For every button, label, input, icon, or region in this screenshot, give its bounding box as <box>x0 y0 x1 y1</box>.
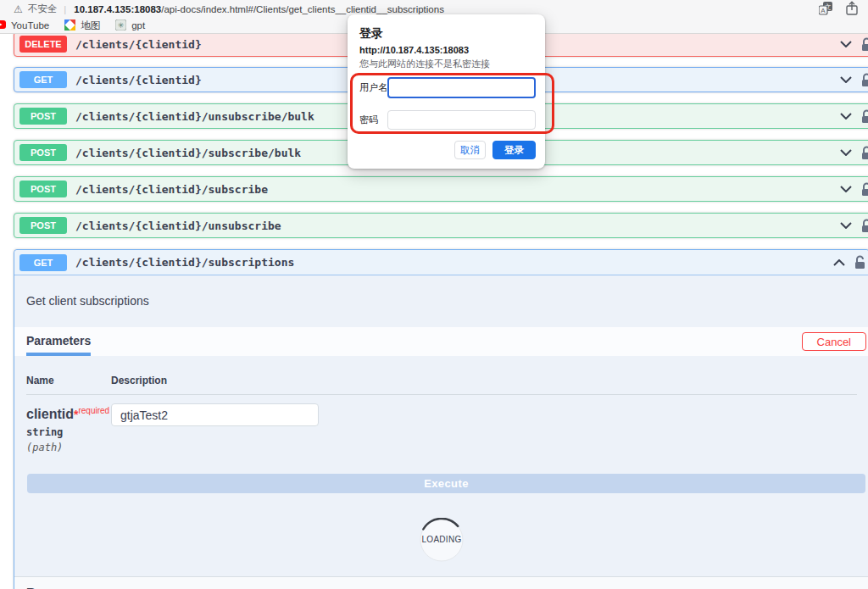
required-label: required <box>78 406 109 415</box>
parameter-location: (path) <box>26 442 111 453</box>
translate-icon[interactable]: 文 A <box>819 2 832 17</box>
parameter-row-clientid: clientid*required string (path) <box>26 395 857 453</box>
method-badge: POST <box>19 108 67 125</box>
bookmark-gpt[interactable]: ✳ gpt <box>115 19 145 32</box>
method-badge: GET <box>19 71 67 88</box>
dialog-cancel-button[interactable]: 取消 <box>454 141 486 159</box>
description-column-header: Description <box>111 375 857 386</box>
chevron-down-icon[interactable] <box>840 149 852 156</box>
password-label: 密码 <box>359 114 387 126</box>
name-column-header: Name <box>26 375 111 386</box>
chevron-down-icon[interactable] <box>840 41 852 47</box>
chevron-up-icon[interactable] <box>833 259 845 266</box>
unlock-icon[interactable] <box>853 255 866 269</box>
chevron-down-icon[interactable] <box>840 186 852 192</box>
bookmark-label: YouTube <box>11 20 49 31</box>
svg-text:A: A <box>821 7 826 14</box>
method-badge: GET <box>19 254 67 271</box>
maps-icon <box>64 19 75 32</box>
youtube-icon <box>0 20 6 31</box>
cancel-button[interactable]: Cancel <box>802 332 866 351</box>
loading-wrapper: LOADING <box>14 493 868 562</box>
bookmark-label: gpt <box>131 20 145 31</box>
http-auth-dialog: 登录 http://10.187.4.135:18083 您与此网站的连接不是私… <box>348 14 545 169</box>
parameter-name: clientid*required <box>26 403 111 422</box>
unlock-icon[interactable] <box>860 219 868 233</box>
endpoint-description: Get client subscriptions <box>14 275 868 327</box>
url-text[interactable]: 10.187.4.135:18083/api-docs/index.html#/… <box>74 4 444 14</box>
loading-label: LOADING <box>420 518 464 562</box>
endpoint-row-unsubscribe[interactable]: POST /clients/{clientid}/unsubscribe <box>14 213 868 238</box>
method-badge: POST <box>19 144 67 161</box>
endpoint-path: /clients/{clientid}/subscriptions <box>75 256 833 269</box>
dialog-login-button[interactable]: 登录 <box>492 141 536 159</box>
username-label: 用户名 <box>359 81 387 94</box>
unlock-icon[interactable] <box>860 73 868 87</box>
dialog-connection-warning: 您与此网站的连接不是私密连接 <box>359 58 536 69</box>
chevron-down-icon[interactable] <box>840 76 852 83</box>
loading-spinner: LOADING <box>420 518 464 562</box>
gpt-icon: ✳ <box>115 19 126 32</box>
parameters-table: Name Description clientid*required strin… <box>14 356 868 453</box>
parameter-type: string <box>26 426 111 438</box>
endpoint-row-get-subscriptions[interactable]: GET /clients/{clientid}/subscriptions <box>14 250 868 275</box>
responses-section-header: Responses <box>14 577 868 589</box>
method-badge: POST <box>19 181 67 197</box>
endpoint-path: /clients/{clientid}/unsubscribe <box>75 219 840 232</box>
method-badge: DELETE <box>19 36 67 53</box>
url-path: /api-docs/index.html#/Clients/get_client… <box>161 4 444 14</box>
unlock-icon[interactable] <box>860 109 868 124</box>
username-input[interactable] <box>387 77 536 98</box>
unlock-icon[interactable] <box>860 182 868 197</box>
security-warning-icon[interactable]: ⚠ <box>14 3 23 15</box>
responses-title: Responses <box>26 585 94 589</box>
url-host: 10.187.4.135:18083 <box>74 4 161 14</box>
bookmark-label: 地图 <box>81 19 100 32</box>
security-label[interactable]: 不安全 <box>28 3 58 15</box>
bookmark-youtube[interactable]: YouTube <box>0 20 49 31</box>
endpoint-row-subscribe[interactable]: POST /clients/{clientid}/subscribe <box>14 176 868 202</box>
method-badge: POST <box>19 217 67 234</box>
dialog-host: http://10.187.4.135:18083 <box>359 45 536 56</box>
share-icon[interactable] <box>846 1 858 17</box>
bookmark-maps[interactable]: 地图 <box>64 19 100 32</box>
endpoint-path: /clients/{clientid}/subscribe <box>75 183 840 196</box>
password-input[interactable] <box>387 110 536 130</box>
parameters-table-header: Name Description <box>26 375 857 395</box>
unlock-icon[interactable] <box>860 37 868 52</box>
svg-text:✳: ✳ <box>118 20 125 29</box>
execute-wrapper: Execute <box>14 453 868 493</box>
tab-parameters[interactable]: Parameters <box>26 327 91 356</box>
dialog-title: 登录 <box>359 26 536 40</box>
unlock-icon[interactable] <box>860 146 868 160</box>
address-separator: | <box>64 4 66 14</box>
parameters-tab-bar: Parameters Cancel <box>14 327 868 356</box>
chevron-down-icon[interactable] <box>840 113 852 119</box>
execute-button[interactable]: Execute <box>27 474 865 493</box>
chevron-down-icon[interactable] <box>840 222 852 229</box>
endpoint-expanded-subscriptions: GET /clients/{clientid}/subscriptions Ge… <box>14 249 868 589</box>
clientid-input[interactable] <box>111 403 319 426</box>
